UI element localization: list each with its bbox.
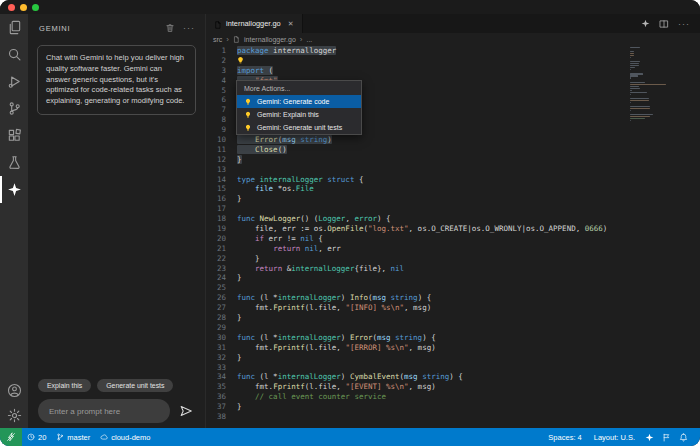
code-line[interactable]: 25 xyxy=(206,283,700,293)
line-number: 11 xyxy=(206,145,233,155)
code-line[interactable]: 3import ( xyxy=(206,66,700,76)
code-line[interactable]: 12} xyxy=(206,155,700,165)
code-line[interactable]: 24} xyxy=(206,273,700,283)
line-number: 18 xyxy=(206,214,233,224)
line-number: 36 xyxy=(206,392,233,402)
minimap-line xyxy=(630,118,645,119)
prompt-input[interactable] xyxy=(38,399,170,423)
activity-item-accounts[interactable] xyxy=(0,378,28,403)
code-line[interactable]: 16} xyxy=(206,194,700,204)
line-number: 32 xyxy=(206,353,233,363)
breadcrumb-src[interactable]: src xyxy=(213,36,222,43)
tab-close-icon[interactable]: ✕ xyxy=(288,20,294,28)
line-content xyxy=(233,165,237,175)
gemini-sparkle-icon[interactable] xyxy=(641,19,650,28)
run-debug-icon xyxy=(7,74,22,89)
status-item-layout-u-s-[interactable]: Layout: U.S. xyxy=(588,433,641,442)
tab-bar: internallogger.go ✕ ··· xyxy=(206,14,700,33)
code-line[interactable]: 18func NewLogger() (Logger, error) { xyxy=(206,214,700,224)
code-line[interactable]: 27 fmt.Fprintf(l.file, "[INFO] %s\n", ms… xyxy=(206,303,700,313)
activity-item-source-control[interactable] xyxy=(0,95,28,122)
code-line[interactable]: 14type internalLogger struct { xyxy=(206,175,700,185)
line-content: file *os.File xyxy=(233,184,314,194)
flag-icon[interactable] xyxy=(658,433,675,442)
send-icon[interactable] xyxy=(177,402,195,420)
bell-icon[interactable] xyxy=(675,433,692,442)
code-line[interactable]: 20 if err != nil { xyxy=(206,234,700,244)
code-editor[interactable]: 1package internallogger23import (4 "fmt"… xyxy=(206,46,700,428)
menu-item-gemini-generate-unit-tests[interactable]: Gemini: Generate unit tests xyxy=(237,121,361,134)
split-editor-icon[interactable] xyxy=(659,19,669,29)
line-number: 29 xyxy=(206,323,233,333)
sparkle-icon[interactable] xyxy=(641,433,658,442)
lightbulb-icon[interactable] xyxy=(236,56,244,65)
close-window-button[interactable] xyxy=(8,4,15,11)
chip-explain-this[interactable]: Explain this xyxy=(38,379,91,392)
remote-indicator[interactable] xyxy=(0,428,22,446)
breadcrumb-file[interactable]: internallogger.go xyxy=(244,36,296,43)
code-action-menu: More Actions... Gemini: Generate codeGem… xyxy=(236,80,362,135)
more-actions-icon[interactable]: ··· xyxy=(183,25,195,31)
line-content: package internallogger xyxy=(233,46,336,56)
tab-internallogger[interactable]: internallogger.go ✕ xyxy=(206,14,303,33)
line-number: 14 xyxy=(206,175,233,185)
line-number: 19 xyxy=(206,224,233,234)
menu-item-gemini-generate-code[interactable]: Gemini: Generate code xyxy=(237,95,361,108)
status-item-20[interactable]: 20 xyxy=(22,433,51,442)
activity-item-testing[interactable] xyxy=(0,149,28,176)
minimize-window-button[interactable] xyxy=(20,4,27,11)
branch-icon xyxy=(7,101,22,116)
code-line[interactable]: 29 xyxy=(206,323,700,333)
code-line[interactable]: 35 fmt.Fprintf(l.file, "[EVENT] %s\n", m… xyxy=(206,382,700,392)
code-line[interactable]: 15 file *os.File xyxy=(206,184,700,194)
code-line[interactable]: 38 xyxy=(206,412,700,422)
activity-item-settings[interactable] xyxy=(0,403,28,428)
activity-item-extensions[interactable] xyxy=(0,122,28,149)
activity-item-explorer[interactable] xyxy=(0,14,28,41)
code-line[interactable]: 22 } xyxy=(206,254,700,264)
code-line[interactable]: 30func (l *internalLogger) Error(msg str… xyxy=(206,333,700,343)
code-line[interactable]: 23 return &internalLogger{file}, nil xyxy=(206,264,700,274)
code-line[interactable]: 32} xyxy=(206,353,700,363)
account-icon xyxy=(7,383,22,398)
line-content: type internalLogger struct { xyxy=(233,175,363,185)
line-number: 8 xyxy=(206,115,233,125)
status-item-cloud-demo[interactable]: cloud-demo xyxy=(95,433,155,442)
line-number: 33 xyxy=(206,363,233,373)
code-line[interactable]: 1package internallogger xyxy=(206,46,700,56)
editor-group: internallogger.go ✕ ··· src › internallo… xyxy=(205,14,700,428)
editor-more-icon[interactable]: ··· xyxy=(678,21,690,27)
code-line[interactable]: 37} xyxy=(206,402,700,412)
code-line[interactable]: 11 Close() xyxy=(206,145,700,155)
menu-item-gemini-explain-this[interactable]: Gemini: Explain this xyxy=(237,108,361,121)
maximize-window-button[interactable] xyxy=(32,4,39,11)
code-line[interactable]: 17 xyxy=(206,204,700,214)
file-icon xyxy=(214,15,222,33)
activity-item-search[interactable] xyxy=(0,41,28,68)
line-number: 6 xyxy=(206,95,233,105)
code-line[interactable]: 26func (l *internalLogger) Info(msg stri… xyxy=(206,293,700,303)
code-line[interactable]: 31 fmt.Fprintf(l.file, "[ERROR] %s\n", m… xyxy=(206,343,700,353)
minimap[interactable] xyxy=(630,47,670,124)
chevron-right-icon: › xyxy=(226,35,229,44)
activity-item-gemini[interactable] xyxy=(0,176,28,203)
trash-icon[interactable] xyxy=(165,23,175,33)
code-line[interactable]: 10 Error(msg string) xyxy=(206,135,700,145)
chip-generate-unit-tests[interactable]: Generate unit tests xyxy=(97,379,173,392)
activity-item-run-debug[interactable] xyxy=(0,68,28,95)
breadcrumb-symbol[interactable]: ... xyxy=(306,36,312,43)
code-line[interactable]: 36 // call event counter service xyxy=(206,392,700,402)
tab-label: internallogger.go xyxy=(226,19,281,28)
status-item-master[interactable]: master xyxy=(51,433,95,442)
code-line[interactable]: 28} xyxy=(206,313,700,323)
code-line[interactable]: 13 xyxy=(206,165,700,175)
code-line[interactable]: 19 file, err := os.OpenFile("log.txt", o… xyxy=(206,224,700,234)
code-line[interactable]: 34func (l *internalLogger) CymbalEvent(m… xyxy=(206,372,700,382)
code-line[interactable]: 33 xyxy=(206,363,700,373)
code-line[interactable]: 2 xyxy=(206,56,700,66)
status-item-spaces-4[interactable]: Spaces: 4 xyxy=(542,433,587,442)
code-line[interactable]: 21 return nil, err xyxy=(206,244,700,254)
line-content: } xyxy=(233,313,242,323)
minimap-line xyxy=(630,53,634,54)
minimap-line xyxy=(630,106,650,107)
